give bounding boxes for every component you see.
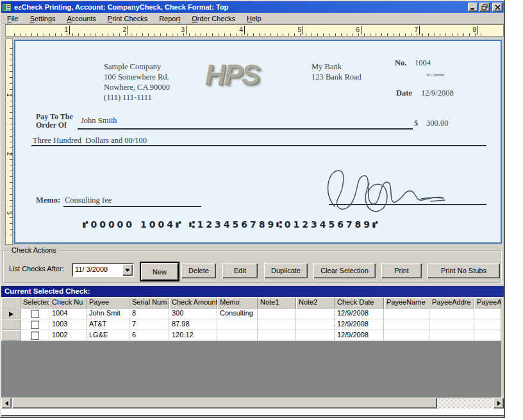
- table-cell[interactable]: John Smit: [87, 308, 129, 319]
- table-cell[interactable]: [474, 319, 501, 330]
- date-label: Date: [396, 88, 412, 98]
- column-header[interactable]: Check Nu: [49, 297, 87, 308]
- menu-settings[interactable]: Settings: [24, 13, 62, 24]
- table-cell[interactable]: [429, 319, 474, 330]
- table-cell[interactable]: 1003: [49, 319, 87, 330]
- column-header[interactable]: Selected: [21, 297, 49, 308]
- dollar-sign: $: [414, 118, 418, 128]
- grid-header: SelectedCheck NuPayeeSerial NumCheck Amo…: [1, 297, 501, 308]
- table-cell[interactable]: 300: [169, 308, 217, 319]
- menu-accounts[interactable]: Accounts: [62, 13, 102, 24]
- amount-words: Three Hundred Dollars and 00/100: [33, 135, 147, 146]
- company-address1: 100 Somewhere Rd.: [104, 72, 170, 82]
- table-cell[interactable]: [296, 330, 335, 341]
- table-cell[interactable]: Consulting: [217, 308, 258, 319]
- table-cell[interactable]: [217, 330, 258, 341]
- table-cell[interactable]: [429, 330, 474, 341]
- grid-vertical-scrollbar[interactable]: [501, 297, 504, 398]
- table-cell[interactable]: [258, 330, 296, 341]
- table-cell[interactable]: [296, 308, 335, 319]
- table-cell[interactable]: [474, 308, 501, 319]
- restore-icon: [481, 4, 488, 10]
- column-header[interactable]: Check Amount: [169, 297, 217, 308]
- table-cell[interactable]: [258, 308, 296, 319]
- minimize-icon: [470, 4, 476, 10]
- row-selector[interactable]: [1, 308, 21, 319]
- table-cell[interactable]: 1004: [49, 308, 87, 319]
- column-header[interactable]: Note1: [258, 297, 296, 308]
- duplicate-button[interactable]: Duplicate: [264, 263, 308, 278]
- row-selector[interactable]: [1, 330, 21, 341]
- edit-button[interactable]: Edit: [222, 263, 258, 278]
- table-row[interactable]: 1004John Smit8300Consulting12/9/2008: [1, 308, 501, 319]
- table-cell[interactable]: [384, 319, 429, 330]
- menu-report[interactable]: Report: [153, 13, 186, 24]
- close-button[interactable]: [492, 3, 502, 12]
- check-preview[interactable]: Sample Company 100 Somewhere Rd. Nowhere…: [14, 40, 502, 244]
- row-selector[interactable]: [1, 319, 21, 330]
- status-strip: [1, 408, 504, 416]
- table-cell[interactable]: [217, 319, 258, 330]
- menu-file[interactable]: File: [1, 13, 24, 24]
- column-header[interactable]: Note2: [296, 297, 335, 308]
- table-cell[interactable]: 7: [129, 319, 169, 330]
- table-cell[interactable]: [296, 319, 335, 330]
- table-cell[interactable]: 12/9/2008: [335, 319, 384, 330]
- title-bar[interactable]: ezCheck Printing, Account: CompanyCheck,…: [1, 1, 504, 13]
- column-header[interactable]: Check Date: [335, 297, 384, 308]
- print-no-stubs-button[interactable]: Print No Stubs: [428, 263, 500, 278]
- ruler-mark: 5: [292, 26, 303, 35]
- list-after-date-combobox[interactable]: 11/ 3/2008: [72, 263, 134, 277]
- table-cell[interactable]: 12/9/2008: [335, 330, 384, 341]
- table-row[interactable]: 1003AT&T787.9812/9/2008: [1, 319, 501, 330]
- table-cell[interactable]: 8: [129, 308, 169, 319]
- table-cell[interactable]: AT&T: [87, 319, 129, 330]
- menu-bar: File Settings Accounts Print Checks Repo…: [1, 13, 504, 24]
- restore-button[interactable]: [479, 3, 490, 12]
- new-button[interactable]: New: [140, 262, 179, 281]
- print-button[interactable]: Print: [381, 263, 422, 278]
- scroll-left-button[interactable]: [1, 398, 12, 408]
- company-block: Sample Company 100 Somewhere Rd. Nowhere…: [104, 62, 170, 103]
- minimize-button[interactable]: [468, 3, 478, 12]
- table-cell[interactable]: [384, 308, 429, 319]
- column-header[interactable]: [1, 297, 21, 308]
- scrollbar-thumb[interactable]: [12, 398, 437, 408]
- ruler-mark: 1: [59, 26, 70, 35]
- row-checkbox[interactable]: [31, 321, 39, 329]
- horizontal-scrollbar[interactable]: [1, 398, 504, 408]
- column-header[interactable]: Serial Num: [129, 297, 169, 308]
- table-cell[interactable]: [384, 330, 429, 341]
- column-header[interactable]: PayeeName: [384, 297, 429, 308]
- column-header[interactable]: Memo: [217, 297, 258, 308]
- table-cell[interactable]: [429, 308, 474, 319]
- table-cell[interactable]: [474, 330, 501, 341]
- row-checkbox[interactable]: [31, 310, 39, 318]
- column-header[interactable]: Payee: [87, 297, 129, 308]
- bank-address: 123 Bank Road: [311, 72, 361, 82]
- payee-name: John Smith: [81, 115, 117, 126]
- table-cell[interactable]: LG&E: [87, 330, 129, 341]
- table-cell[interactable]: 12/9/2008: [335, 308, 384, 319]
- table-cell[interactable]: 6: [129, 330, 169, 341]
- column-header[interactable]: PayeeAddre: [429, 297, 474, 308]
- menu-help[interactable]: Help: [241, 13, 267, 24]
- delete-button[interactable]: Delete: [181, 263, 216, 278]
- column-header[interactable]: PayeeAc: [474, 297, 501, 308]
- company-name: Sample Company: [104, 62, 170, 72]
- signature-image: [322, 162, 450, 221]
- row-checkbox[interactable]: [31, 332, 39, 340]
- table-cell[interactable]: 1002: [49, 330, 87, 341]
- vertical-ruler: 1 2 3: [5, 38, 13, 245]
- memo-underline: [63, 206, 201, 207]
- scroll-right-button[interactable]: [494, 398, 504, 408]
- menu-order-checks[interactable]: Order Checks: [186, 13, 241, 24]
- table-row[interactable]: 1002LG&E6120.1212/9/2008: [1, 330, 501, 341]
- table-cell[interactable]: 87.98: [169, 319, 217, 330]
- clear-selection-button[interactable]: Clear Selection: [313, 263, 376, 278]
- check-number: 1004: [415, 58, 431, 68]
- table-cell[interactable]: [258, 319, 296, 330]
- table-cell[interactable]: 120.12: [169, 330, 217, 341]
- menu-print-checks[interactable]: Print Checks: [102, 13, 153, 24]
- combobox-dropdown-button[interactable]: [122, 264, 133, 276]
